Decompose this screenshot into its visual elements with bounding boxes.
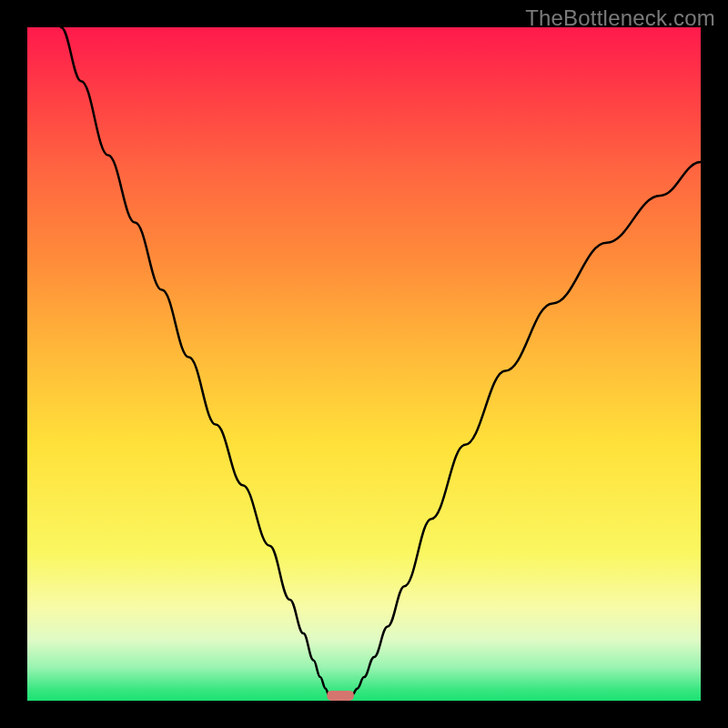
min-marker — [327, 691, 354, 701]
curve-group — [61, 27, 701, 701]
left-curve — [61, 27, 329, 695]
plot-area — [27, 27, 701, 701]
frame: TheBottleneck.com — [0, 0, 728, 728]
right-curve — [352, 162, 701, 695]
chart-svg — [27, 27, 701, 701]
